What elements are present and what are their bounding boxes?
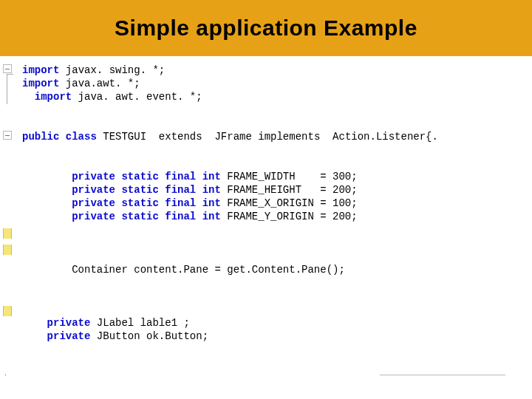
slide-title: Simple application Example bbox=[115, 16, 417, 41]
fold-marker-yellow bbox=[3, 245, 12, 255]
code-keyword: import bbox=[22, 91, 72, 103]
fold-gutter bbox=[3, 64, 18, 389]
code-text: FRAME_Y_ORIGIN = 200; bbox=[221, 211, 358, 222]
code-keyword: private static final int bbox=[22, 184, 221, 196]
fold-toggle-icon bbox=[3, 64, 12, 73]
code-keyword: private bbox=[22, 317, 90, 329]
fold-marker-yellow bbox=[3, 306, 12, 316]
slide-banner: Simple application Example bbox=[0, 0, 532, 56]
code-text: JLabel lable1 ; bbox=[90, 317, 189, 329]
fold-marker-yellow bbox=[3, 228, 12, 239]
code-keyword: public class bbox=[22, 131, 97, 143]
code-text: javax. swing. *; bbox=[59, 64, 165, 76]
code-listing: import javax. swing. *; import java.awt.… bbox=[0, 64, 532, 343]
fold-toggle-icon bbox=[3, 131, 12, 140]
code-keyword: private static final int bbox=[22, 211, 221, 222]
code-panel: import javax. swing. *; import java.awt.… bbox=[0, 56, 532, 343]
footnote-dot: . bbox=[4, 369, 7, 377]
code-text: java. awt. event. *; bbox=[72, 91, 202, 103]
code-keyword: private static final int bbox=[22, 197, 221, 209]
code-keyword: import bbox=[22, 78, 59, 89]
code-text: JButton ok.Button; bbox=[90, 330, 208, 342]
code-text: TESTGUI extends JFrame implements Action… bbox=[97, 131, 438, 143]
footer-divider bbox=[380, 375, 505, 375]
code-text: java.awt. *; bbox=[59, 78, 140, 89]
code-keyword: import bbox=[22, 64, 59, 76]
code-keyword: private bbox=[22, 330, 90, 342]
code-text: FRAME_HEIGHT = 200; bbox=[221, 184, 358, 196]
code-text: Container content.Pane = get.Content.Pan… bbox=[22, 264, 345, 276]
code-text: FRAME_WIDTH = 300; bbox=[221, 171, 358, 183]
code-keyword: private static final int bbox=[22, 171, 221, 183]
code-text: FRAME_X_ORIGIN = 100; bbox=[221, 197, 358, 209]
fold-bracket bbox=[7, 74, 13, 104]
